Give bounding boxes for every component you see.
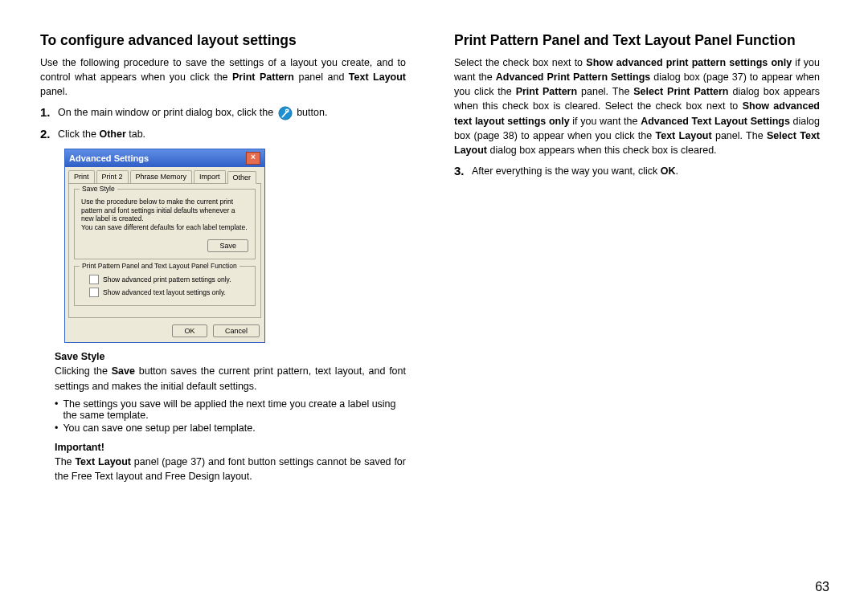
step1-text-a: On the main window or print dialog box, … bbox=[58, 107, 276, 118]
bullet-2-text: You can save one setup per label templat… bbox=[63, 422, 255, 434]
dialog-titlebar: Advanced Settings × bbox=[65, 149, 264, 167]
tab-import[interactable]: Import bbox=[194, 170, 226, 183]
checkbox-label-2: Show advanced text layout settings only. bbox=[103, 288, 226, 296]
checkbox-row-2: Show advanced text layout settings only. bbox=[89, 288, 248, 297]
checkbox-row-1: Show advanced print pattern settings onl… bbox=[89, 275, 248, 284]
legend-save-style: Save Style bbox=[80, 185, 117, 193]
dialog-tabs: Print Print 2 Phrase Memory Import Other bbox=[65, 167, 264, 183]
checkbox-label-1: Show advanced print pattern settings onl… bbox=[103, 275, 231, 284]
bullet-dot: • bbox=[55, 422, 58, 434]
ok-button[interactable]: OK bbox=[172, 324, 207, 337]
step-number: 1. bbox=[40, 105, 55, 120]
tab-panel-other: Save Style Use the procedure below to ma… bbox=[68, 183, 261, 319]
rp-b2: Advanced Print Pattern Settings bbox=[496, 71, 651, 83]
advanced-settings-dialog: Advanced Settings × Print Print 2 Phrase… bbox=[64, 149, 265, 344]
step3-b: . bbox=[676, 165, 678, 177]
savestyle-bold: Save bbox=[112, 365, 135, 377]
right-heading: Print Pattern Panel and Text Layout Pane… bbox=[454, 32, 820, 49]
tab-phrase[interactable]: Phrase Memory bbox=[130, 170, 193, 183]
rp-b6: Advanced Text Layout Settings bbox=[641, 116, 790, 127]
checkbox-text-layout[interactable] bbox=[89, 288, 99, 297]
right-paragraph: Select the check box next to Show advanc… bbox=[454, 55, 820, 157]
bullet-dot: • bbox=[55, 398, 58, 421]
rp-i: panel. The bbox=[712, 130, 767, 141]
left-column: To configure advanced layout settings Us… bbox=[40, 32, 406, 588]
rp-g: if you want the bbox=[570, 116, 641, 127]
rp-e: panel. The bbox=[577, 86, 633, 97]
rp-b7: Text Layout bbox=[655, 130, 711, 141]
save-style-paragraph: Clicking the Save button saves the curre… bbox=[55, 364, 406, 393]
intro-text3: panel. bbox=[40, 86, 68, 97]
important-heading: Important! bbox=[55, 442, 406, 453]
rp-j: dialog box appears when this check box i… bbox=[487, 145, 717, 156]
step-body: After everything is the way you want, cl… bbox=[472, 164, 820, 179]
setup-icon bbox=[278, 106, 293, 120]
intro-bold-textlayout: Text Layout bbox=[349, 71, 406, 83]
rp-b3: Print Pattern bbox=[516, 86, 577, 97]
dialog-title-text: Advanced Settings bbox=[69, 153, 149, 163]
page-number: 63 bbox=[815, 580, 829, 594]
rp-b4: Select Print Pattern bbox=[633, 86, 728, 97]
step-2: 2. Click the Other tab. bbox=[40, 127, 406, 142]
checkbox-print-pattern[interactable] bbox=[89, 275, 99, 284]
intro-bold-printpattern: Print Pattern bbox=[232, 71, 294, 83]
step-1: 1. On the main window or print dialog bo… bbox=[40, 105, 406, 120]
bullet-2: • You can save one setup per label templ… bbox=[55, 422, 406, 434]
save-button[interactable]: Save bbox=[207, 239, 248, 252]
fieldset-save-style: Save Style Use the procedure below to ma… bbox=[74, 189, 256, 260]
step2-bold: Other bbox=[99, 129, 125, 140]
cancel-button[interactable]: Cancel bbox=[213, 324, 260, 337]
important-paragraph: The Text Layout panel (page 37) and font… bbox=[55, 455, 406, 483]
step2-text-b: tab. bbox=[126, 129, 145, 140]
important-1a: The bbox=[55, 456, 75, 467]
tab-print2[interactable]: Print 2 bbox=[96, 170, 129, 183]
important-bold: Text Layout bbox=[75, 456, 131, 467]
step-number: 3. bbox=[454, 164, 469, 179]
tab-other[interactable]: Other bbox=[227, 171, 257, 184]
tab-print[interactable]: Print bbox=[68, 170, 95, 183]
step-body: On the main window or print dialog box, … bbox=[58, 105, 406, 120]
step-body: Click the Other tab. bbox=[58, 127, 406, 142]
step1-text-b: button. bbox=[297, 107, 327, 118]
manual-page: To configure advanced layout settings Us… bbox=[0, 0, 868, 612]
left-heading: To configure advanced layout settings bbox=[40, 32, 406, 49]
dialog-button-row: OK Cancel bbox=[65, 321, 264, 342]
right-column: Print Pattern Panel and Text Layout Pane… bbox=[454, 32, 820, 588]
fieldset-panel-function: Print Pattern Panel and Text Layout Pane… bbox=[74, 266, 256, 306]
savestyle-1a: Clicking the bbox=[55, 365, 112, 377]
step-3: 3. After everything is the way you want,… bbox=[454, 164, 820, 179]
save-style-body: Use the procedure below to make the curr… bbox=[81, 198, 248, 232]
step3-a: After everything is the way you want, cl… bbox=[472, 165, 661, 177]
step2-text-a: Click the bbox=[58, 129, 99, 140]
intro-text2: panel and bbox=[294, 71, 349, 83]
step-number: 2. bbox=[40, 127, 55, 142]
close-icon[interactable]: × bbox=[246, 152, 260, 165]
rp-b1: Show advanced print pattern settings onl… bbox=[586, 57, 792, 68]
step3-bold: OK bbox=[661, 165, 676, 177]
legend-panel-function: Print Pattern Panel and Text Layout Pane… bbox=[80, 262, 240, 270]
bullet-1: • The settings you save will be applied … bbox=[55, 398, 406, 421]
rp-a: Select the check box next to bbox=[454, 57, 586, 68]
bullet-1-text: The settings you save will be applied th… bbox=[63, 398, 406, 421]
intro-paragraph: Use the following procedure to save the … bbox=[40, 55, 406, 99]
save-style-heading: Save Style bbox=[55, 351, 406, 362]
